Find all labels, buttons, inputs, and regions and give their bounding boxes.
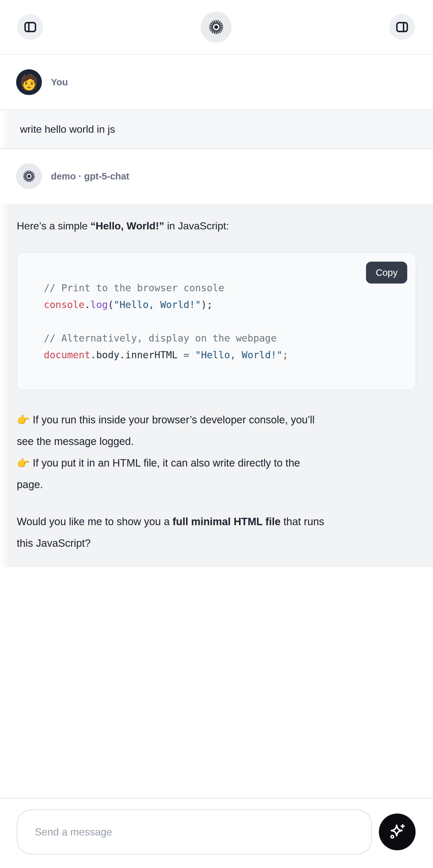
user-message-text: write hello world in js [20, 123, 115, 135]
intro-text: Here’s a simple [17, 220, 91, 232]
assistant-avatar [16, 163, 42, 189]
chat-scroll-area[interactable] [0, 567, 433, 798]
intro-bold-text: “Hello, World!” [91, 220, 164, 232]
sidebar-right-icon [395, 20, 409, 34]
assistant-header: demo · gpt-5-chat [0, 149, 433, 204]
message-input[interactable] [17, 809, 372, 855]
top-bar [0, 0, 433, 55]
starburst-icon [22, 169, 36, 183]
user-avatar: 🧑 [16, 69, 42, 95]
model-starburst-button[interactable] [201, 11, 231, 42]
composer [0, 798, 433, 868]
user-avatar-emoji: 🧑 [20, 75, 38, 90]
right-sidebar-toggle-button[interactable] [389, 14, 415, 40]
assistant-question: Would you like me to show you a full min… [17, 511, 416, 554]
assistant-message-bubble: Here’s a simple “Hello, World!” in JavaS… [0, 204, 433, 567]
copy-button[interactable]: Copy [366, 261, 407, 283]
sparkle-send-button[interactable] [379, 813, 415, 850]
question-bold-text: full minimal HTML file [173, 516, 281, 527]
user-name: You [51, 77, 68, 88]
question-text: Would you like me to show you a [17, 516, 173, 527]
left-sidebar-toggle-button[interactable] [18, 14, 43, 40]
assistant-intro: Here’s a simple “Hello, World!” in JavaS… [17, 218, 416, 233]
assistant-name: demo · gpt-5-chat [51, 171, 129, 182]
assistant-turn: demo · gpt-5-chat Here’s a simple “Hello… [0, 149, 433, 567]
sparkle-icon [387, 822, 407, 842]
user-message-bubble: write hello world in js [0, 110, 433, 149]
chat-app: 🧑 You write hello world in js demo · gpt… [0, 0, 433, 868]
sidebar-left-icon [23, 20, 38, 34]
code-block: Copy // Print to the browser console con… [17, 252, 416, 391]
code-content: // Print to the browser console console.… [18, 253, 415, 364]
starburst-icon [208, 19, 225, 36]
assistant-notes: 👉 If you run this inside your browser’s … [17, 409, 416, 496]
user-turn: 🧑 You write hello world in js [0, 55, 433, 149]
intro-text-after: in JavaScript: [164, 220, 229, 232]
user-header: 🧑 You [0, 55, 433, 110]
